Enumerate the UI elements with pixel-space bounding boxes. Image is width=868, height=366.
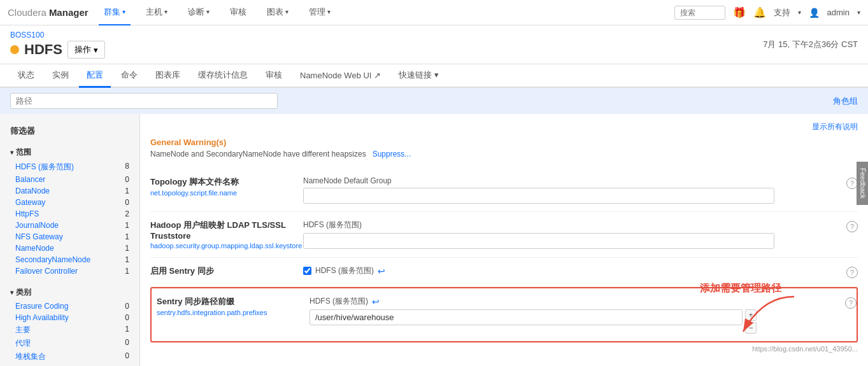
brand-cloudera: Cloudera: [8, 7, 46, 18]
sidebar-item-main[interactable]: 主要 1: [0, 323, 139, 337]
tab-quick-links[interactable]: 快速链接 ▾: [391, 64, 446, 88]
reset-icon[interactable]: ↩: [372, 297, 380, 307]
topology-input[interactable]: [303, 188, 774, 204]
sentry-path-label-title: Sentry 同步路径前缀: [157, 296, 299, 307]
content-area: 显示所有说明 General Warning(s) NameNode and S…: [140, 114, 868, 366]
config-row-ldap: Hadoop 用户组映射 LDAP TLS/SSL Truststore had…: [150, 212, 858, 258]
sidebar-item-namenode[interactable]: NameNode 1: [0, 243, 139, 254]
sidebar-section-category[interactable]: ▾ 类别: [0, 285, 139, 300]
main-content: 筛选器 ▾ 范围 HDFS (服务范围) 8 Balancer 0 DataNo…: [0, 114, 868, 366]
sidebar-item-secondary-namenode[interactable]: SecondaryNameNode 1: [0, 254, 139, 265]
topology-scope: NameNode Default Group: [303, 176, 858, 185]
chevron-down-icon: ▾: [122, 8, 125, 15]
nav-audit[interactable]: 审核: [225, 0, 252, 25]
nav-hosts[interactable]: 主机 ▾: [141, 0, 173, 25]
chevron-down-icon: ▾: [285, 8, 288, 15]
service-name: HDFS 操作 ▾: [10, 41, 105, 59]
chevron-down-icon: ▾: [434, 70, 439, 80]
config-value-ldap: HDFS (服务范围): [303, 220, 858, 249]
tab-cache-stats[interactable]: 缓存统计信息: [190, 64, 255, 88]
sidebar-item-gateway[interactable]: Gateway 0: [0, 197, 139, 208]
config-value-topology: NameNode Default Group: [303, 176, 858, 204]
nav-charts[interactable]: 图表 ▾: [262, 0, 294, 25]
tab-namenode-webui[interactable]: NameNode Web UI ↗: [292, 66, 388, 87]
tab-chart-library[interactable]: 图表库: [148, 64, 188, 88]
tab-commands[interactable]: 命令: [113, 64, 145, 88]
sidebar-item-proxy[interactable]: 代理 0: [0, 337, 139, 350]
sidebar-section-scope[interactable]: ▾ 范围: [0, 144, 139, 160]
status-dot: [10, 45, 19, 54]
sidebar-item-httpfs[interactable]: HttpFS 2: [0, 208, 139, 220]
role-group-button[interactable]: 角色组: [833, 95, 858, 107]
sidebar-title: 筛选器: [0, 122, 139, 141]
show-all-link[interactable]: 显示所有说明: [150, 122, 858, 132]
sidebar-item-journalnode[interactable]: JournalNode 1: [0, 220, 139, 231]
config-label-sentry-sync: 启用 Sentry 同步: [150, 265, 303, 278]
sentry-sync-scope: HDFS (服务范围) ↩: [303, 265, 858, 276]
sidebar-item-failover-controller[interactable]: Failover Controller 1: [0, 265, 139, 277]
reset-icon[interactable]: ↩: [378, 266, 385, 276]
sub-tabs: 状态 实例 配置 命令 图表库 缓存统计信息 审核 NameNode Web U…: [0, 64, 868, 88]
sentry-path-label-key: sentry.hdfs.integration.path.prefixes: [157, 309, 299, 316]
config-value-sentry-sync: HDFS (服务范围) ↩: [303, 265, 858, 279]
annotation-arrow: [730, 293, 807, 344]
sidebar-item-stack-collection[interactable]: 堆栈集合 0: [0, 350, 139, 363]
warning-text: NameNode and SecondaryNameNode have diff…: [150, 150, 858, 158]
bell-icon: 🔔: [753, 6, 766, 18]
brand-logo: Cloudera Manager: [8, 7, 89, 18]
config-label-topology: Topology 脚本文件名称 net.topology.script.file…: [150, 176, 303, 197]
config-search-bar: 角色组: [0, 88, 868, 114]
suppress-link[interactable]: Suppress...: [373, 150, 411, 158]
sidebar-item-nfs-gateway[interactable]: NFS Gateway 1: [0, 231, 139, 243]
service-header: BOSS100 HDFS 操作 ▾ 7月 15, 下午2点36分 CST: [0, 25, 868, 64]
feedback-tab[interactable]: Feedback: [857, 161, 868, 204]
sidebar-item-replication[interactable]: 复制 0: [0, 363, 139, 366]
sentry-sync-checkbox[interactable]: [303, 267, 311, 275]
tab-audit[interactable]: 审核: [258, 64, 290, 88]
breadcrumb[interactable]: BOSS100: [10, 31, 105, 39]
sidebar-item-high-availability[interactable]: High Availability 0: [0, 312, 139, 323]
config-label-ldap: Hadoop 用户组映射 LDAP TLS/SSL Truststore had…: [150, 220, 303, 250]
topology-label-title: Topology 脚本文件名称: [150, 176, 293, 188]
nav-diagnostics[interactable]: 诊断 ▾: [183, 0, 215, 25]
annotation-container: 添加需要管理路径 Sentry 同步路径前缀 sentry.hdfs.integ…: [150, 287, 858, 342]
warning-title: General Warning(s): [150, 137, 858, 147]
admin-user-icon: 👤: [809, 8, 820, 18]
actions-button[interactable]: 操作 ▾: [68, 41, 105, 59]
help-icon[interactable]: ?: [845, 297, 857, 309]
chevron-down-icon: ▾: [164, 8, 167, 15]
chevron-down-icon: ▾: [798, 9, 801, 16]
sidebar-item-datanode[interactable]: DataNode 1: [0, 185, 139, 197]
ldap-label-key: hadoop.security.group.mapping.ldap.ssl.k…: [150, 242, 293, 250]
sidebar-item-erasure-coding[interactable]: Erasure Coding 0: [0, 300, 139, 312]
tab-status[interactable]: 状态: [10, 64, 42, 88]
config-row-topology: Topology 脚本文件名称 net.topology.script.file…: [150, 169, 858, 212]
topology-label-key: net.topology.script.file.name: [150, 189, 293, 197]
ldap-input[interactable]: [303, 233, 774, 249]
service-title: HDFS: [24, 41, 62, 58]
sentry-path-input[interactable]: [309, 309, 743, 325]
tab-instances[interactable]: 实例: [45, 64, 76, 88]
chevron-down-icon: ▾: [327, 8, 331, 15]
sidebar-item-hdfs-service[interactable]: HDFS (服务范围) 8: [0, 160, 139, 174]
nav-right: 🎁 🔔 支持 ▾ 👤 admin ▾: [674, 6, 860, 20]
admin-label[interactable]: admin: [827, 8, 850, 17]
search-input[interactable]: [674, 6, 725, 20]
config-search-input[interactable]: [10, 93, 278, 109]
ldap-label-title: Hadoop 用户组映射 LDAP TLS/SSL Truststore: [150, 220, 293, 241]
nav-cluster[interactable]: 群集 ▾: [99, 0, 131, 25]
sidebar-item-balancer[interactable]: Balancer 0: [0, 174, 139, 185]
chevron-down-icon: ▾: [94, 45, 98, 55]
help-icon[interactable]: ?: [846, 267, 858, 278]
nav-admin[interactable]: 管理 ▾: [304, 0, 336, 25]
top-navigation: Cloudera Manager 群集 ▾ 主机 ▾ 诊断 ▾ 审核 图表 ▾ …: [0, 0, 868, 25]
chevron-down-icon: ▾: [206, 8, 210, 15]
chevron-down-icon: ▾: [857, 9, 860, 16]
chevron-down-icon: ▾: [10, 149, 13, 156]
help-icon[interactable]: ?: [846, 221, 858, 232]
config-label-sentry-path: Sentry 同步路径前缀 sentry.hdfs.integration.pa…: [157, 296, 309, 316]
support-link[interactable]: 支持: [774, 7, 790, 18]
sentry-sync-label-title: 启用 Sentry 同步: [150, 265, 293, 277]
sidebar: 筛选器 ▾ 范围 HDFS (服务范围) 8 Balancer 0 DataNo…: [0, 114, 140, 366]
tab-config[interactable]: 配置: [79, 64, 111, 88]
